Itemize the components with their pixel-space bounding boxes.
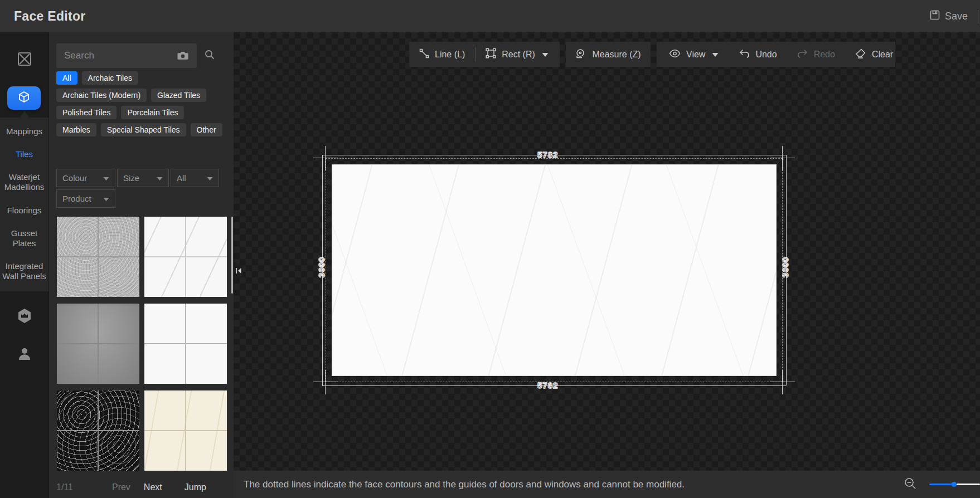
line-tool-button[interactable]: Line (L) (409, 42, 475, 67)
filter-row-1: Colour Size All (56, 169, 219, 187)
zoom-controls (904, 471, 980, 498)
chevron-down-icon (157, 173, 163, 183)
save-icon (929, 9, 940, 23)
face-surface[interactable] (332, 164, 777, 376)
library-scrollbar-thumb[interactable] (231, 217, 233, 294)
line-tool-label: Line (L) (435, 50, 465, 60)
category-chip-marbles[interactable]: Marbles (56, 123, 96, 136)
colour-filter-dropdown[interactable]: Colour (56, 169, 115, 187)
category-chip-all[interactable]: All (56, 71, 77, 85)
face-contour-dashed (326, 158, 783, 382)
header: Face Editor Save (0, 0, 980, 32)
product-filter-dropdown[interactable]: Product (56, 189, 115, 208)
header-edge-divider (978, 9, 978, 24)
category-chip-porcelain-tiles[interactable]: Porcelain Tiles (121, 106, 184, 119)
undo-button[interactable]: Undo (729, 42, 787, 67)
tile-library-panel: All Archaic Tiles Archaic Tiles (Modern)… (49, 32, 234, 498)
eraser-icon (855, 48, 866, 61)
camera-search-icon[interactable] (177, 50, 189, 64)
zoom-slider-track-filled (929, 484, 954, 485)
search-input[interactable] (56, 43, 197, 68)
search-icon (204, 49, 215, 62)
status-bar: The dotted lines indicate the face conto… (234, 471, 980, 498)
face-height-label-left: 3000 (317, 257, 326, 277)
face-width-label-top: 5782 (537, 150, 558, 159)
measure-tape-icon (575, 48, 586, 61)
face-width-label-bottom: 5782 (537, 380, 558, 390)
all-filter-dropdown[interactable]: All (171, 169, 219, 187)
sidebar-item-floorings[interactable]: Floorings (7, 206, 42, 216)
page-indicator: 1/11 (56, 482, 73, 492)
chevron-down-icon (207, 173, 213, 183)
pagination: 1/11 Prev Next Jump (56, 482, 224, 492)
sidebar-item-mappings[interactable]: Mappings (6, 126, 42, 136)
product-filter-label: Product (62, 194, 91, 203)
size-filter-dropdown[interactable]: Size (117, 169, 169, 187)
left-rail: Mappings Tiles Waterjet Madellions Floor… (0, 32, 48, 498)
mappings-gallery-icon[interactable] (0, 51, 48, 67)
undo-icon (739, 49, 750, 60)
prev-page-button[interactable]: Prev (112, 482, 130, 492)
tile-thumb-white-marble[interactable] (144, 217, 227, 297)
measure-tool-button[interactable]: Measure (Z) (565, 42, 651, 67)
collapse-left-icon (236, 266, 241, 276)
tile-thumb-white-plain[interactable] (144, 304, 227, 384)
rect-tool-label: Rect (R) (502, 50, 535, 60)
save-label: Save (945, 11, 968, 22)
search-submit-button[interactable] (197, 43, 222, 68)
zoom-slider[interactable] (929, 471, 980, 498)
next-page-button[interactable]: Next (144, 482, 162, 492)
tiles-cube-button[interactable] (7, 86, 41, 110)
collapse-panel-handle[interactable] (234, 262, 243, 281)
tile-thumb-cream-marble[interactable] (144, 390, 227, 471)
category-chip-special-shaped-tiles[interactable]: Special Shaped Tiles (101, 123, 186, 136)
rect-tool-icon (486, 48, 496, 61)
editor-canvas[interactable]: Line (L) Rect (R) (234, 32, 980, 498)
tile-thumb-black-marble[interactable] (57, 390, 139, 471)
clear-label: Clear (872, 50, 893, 60)
face-height-label-right: 3000 (780, 257, 790, 277)
colour-filter-label: Colour (62, 173, 87, 183)
line-tool-icon (419, 48, 429, 61)
view-menu-button[interactable]: View (659, 42, 729, 67)
redo-button[interactable]: Redo (787, 42, 845, 67)
zoom-out-icon[interactable] (904, 477, 917, 492)
jump-page-button[interactable]: Jump (185, 482, 206, 492)
menu-notch (20, 111, 29, 118)
category-chip-polished-tiles[interactable]: Polished Tiles (56, 106, 117, 119)
category-chip-archaic-tiles-modern[interactable]: Archaic Tiles (Modern) (56, 89, 147, 102)
cube-icon (17, 90, 31, 106)
redo-icon (797, 49, 808, 60)
category-chip-list: All Archaic Tiles Archaic Tiles (Modern)… (56, 71, 227, 136)
search-row (56, 43, 222, 68)
save-button[interactable]: Save (929, 0, 968, 32)
toolbar-measure-group: Measure (Z) (566, 42, 651, 67)
rail-menu: Mappings Tiles Waterjet Madellions Floor… (0, 118, 48, 291)
chevron-down-icon (103, 194, 109, 203)
chevron-down-icon (712, 50, 719, 60)
eye-icon (669, 49, 681, 60)
status-message: The dotted lines indicate the face conto… (244, 479, 685, 490)
tile-thumb-grey-granite[interactable] (57, 217, 139, 297)
sidebar-item-integrated-wall-panels[interactable]: Integrated Wall Panels (1, 261, 47, 281)
tile-thumbnail-grid (57, 217, 227, 471)
face-editor-app: Face Editor Save (0, 0, 980, 498)
rect-tool-button[interactable]: Rect (R) (476, 42, 559, 67)
crown-hexagon-icon[interactable] (0, 307, 48, 325)
size-filter-label: Size (123, 173, 139, 183)
category-chip-other[interactable]: Other (191, 123, 222, 136)
measure-tool-label: Measure (Z) (592, 50, 641, 60)
tile-thumb-grey-concrete[interactable] (57, 304, 139, 384)
user-profile-icon[interactable] (0, 345, 48, 362)
sidebar-item-gusset-plates[interactable]: Gusset Plates (1, 228, 47, 248)
toolbar-draw-group: Line (L) Rect (R) (409, 42, 560, 67)
category-chip-archaic-tiles[interactable]: Archaic Tiles (82, 71, 138, 85)
redo-label: Redo (814, 50, 835, 60)
undo-label: Undo (755, 50, 777, 60)
zoom-slider-track-rest (957, 484, 980, 485)
clear-button[interactable]: Clear (845, 42, 903, 67)
sidebar-item-waterjet-madellions[interactable]: Waterjet Madellions (1, 172, 47, 192)
category-chip-glazed-tiles[interactable]: Glazed Tiles (151, 89, 206, 102)
sidebar-item-tiles[interactable]: Tiles (16, 149, 33, 159)
zoom-slider-handle[interactable] (952, 482, 957, 487)
